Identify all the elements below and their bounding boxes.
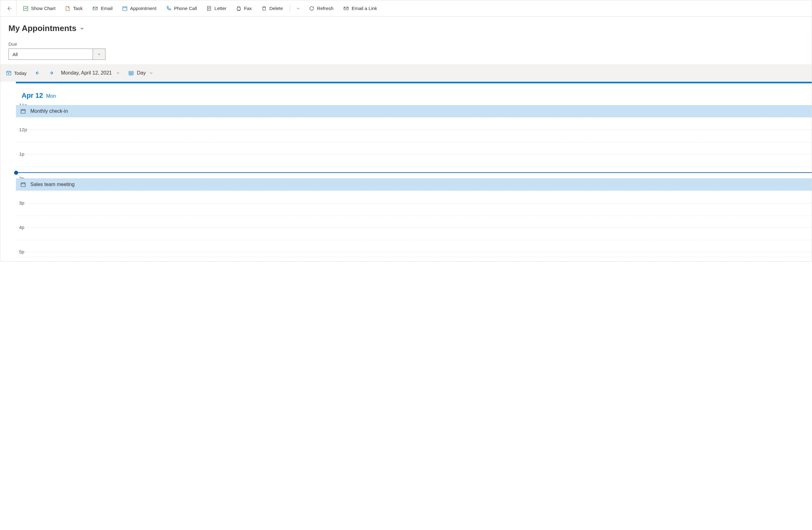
view-mode-selector[interactable]: Day — [126, 70, 156, 76]
delete-label: Delete — [270, 6, 283, 11]
email-link-icon — [343, 6, 349, 11]
command-bar: Show Chart Task Email Appointment Phone … — [0, 0, 812, 17]
hour-row[interactable]: 12p — [16, 130, 812, 154]
date-picker[interactable]: Monday, April 12, 2021 — [60, 70, 124, 76]
date-label-text: Monday, April 12, 2021 — [61, 70, 112, 76]
event-title: Monthly check-in — [30, 108, 68, 114]
calendar-event[interactable]: Monthly check-in — [16, 105, 812, 117]
email-link-label: Email a Link — [352, 6, 377, 11]
calendar-icon — [20, 108, 26, 114]
trash-icon — [261, 6, 267, 11]
hour-label: 5p — [19, 249, 25, 254]
due-filter-value: All — [9, 52, 21, 57]
calendar-grid[interactable]: 11a 12p 1p 2p 3p 4p 5p Monthly c — [0, 105, 812, 261]
arrow-left-icon — [34, 70, 40, 76]
view-selector[interactable]: My Appointments — [9, 24, 803, 33]
calendar-icon — [122, 6, 128, 11]
svg-rect-9 — [21, 183, 25, 187]
email-link-button[interactable]: Email a Link — [340, 4, 380, 13]
appointment-label: Appointment — [130, 6, 157, 11]
fax-label: Fax — [244, 6, 252, 11]
chevron-down-icon — [149, 71, 153, 75]
email-label: Email — [101, 6, 113, 11]
today-button[interactable]: Today — [3, 68, 29, 78]
phone-icon — [166, 6, 172, 11]
phone-call-label: Phone Call — [174, 6, 197, 11]
email-button[interactable]: Email — [89, 4, 116, 13]
hour-row[interactable]: 4p — [16, 227, 812, 252]
today-label: Today — [14, 70, 27, 76]
hour-label: 3p — [19, 200, 25, 206]
hour-row[interactable]: 5p — [16, 252, 812, 261]
arrow-right-icon — [49, 70, 55, 76]
letter-icon — [206, 6, 212, 11]
appointment-button[interactable]: Appointment — [119, 4, 160, 13]
svg-rect-1 — [93, 7, 97, 10]
view-mode-label: Day — [137, 70, 146, 76]
letter-label: Letter — [214, 6, 226, 11]
due-filter-select[interactable]: All — [9, 48, 105, 60]
due-filter-label: Due — [9, 41, 803, 47]
current-time-dot — [14, 171, 18, 175]
toolbar-separator — [290, 4, 290, 13]
chart-icon — [23, 6, 28, 11]
chevron-down-icon — [296, 6, 300, 11]
next-day-button[interactable] — [45, 67, 58, 79]
due-filter-chevron — [92, 49, 105, 59]
email-icon — [92, 6, 98, 11]
phone-call-button[interactable]: Phone Call — [163, 4, 200, 13]
svg-rect-2 — [123, 6, 127, 10]
day-header: Apr 12 Mon — [0, 83, 812, 105]
fax-button[interactable]: Fax — [233, 4, 255, 13]
calendar-today-icon — [6, 70, 12, 76]
chevron-down-icon — [79, 26, 85, 31]
hour-row[interactable]: 1p — [16, 154, 812, 179]
task-icon — [65, 6, 70, 11]
chevron-down-icon — [116, 71, 120, 75]
calendar-icon — [128, 70, 134, 76]
svg-rect-4 — [237, 8, 240, 10]
show-chart-label: Show Chart — [31, 6, 55, 11]
delete-button[interactable]: Delete — [258, 4, 286, 13]
chevron-down-icon — [97, 52, 101, 56]
calendar-event[interactable]: Sales team meeting — [16, 179, 812, 191]
event-title: Sales team meeting — [30, 182, 74, 187]
show-chart-button[interactable]: Show Chart — [20, 4, 59, 13]
svg-rect-8 — [21, 110, 25, 113]
task-button[interactable]: Task — [62, 4, 86, 13]
task-label: Task — [73, 6, 83, 11]
overflow-button[interactable] — [294, 3, 303, 13]
arrow-left-icon — [7, 6, 13, 11]
svg-rect-7 — [129, 71, 133, 75]
fax-icon — [236, 6, 242, 11]
view-title-text: My Appointments — [9, 24, 76, 33]
refresh-button[interactable]: Refresh — [306, 4, 337, 13]
day-header-date: Apr 12 — [21, 92, 43, 100]
hour-label: 12p — [19, 127, 27, 132]
prev-day-button[interactable] — [31, 67, 43, 79]
letter-button[interactable]: Letter — [203, 4, 229, 13]
back-button[interactable] — [3, 0, 17, 17]
hour-label: 1p — [19, 151, 25, 157]
refresh-label: Refresh — [317, 6, 334, 11]
svg-rect-5 — [344, 7, 348, 10]
hour-row[interactable]: 3p — [16, 203, 812, 227]
calendar-icon — [20, 182, 26, 187]
refresh-icon — [309, 6, 315, 11]
date-nav-bar: Today Monday, April 12, 2021 Day — [0, 64, 812, 82]
hour-label: 4p — [19, 225, 25, 230]
day-header-day: Mon — [46, 93, 56, 99]
current-time-indicator — [16, 172, 812, 173]
